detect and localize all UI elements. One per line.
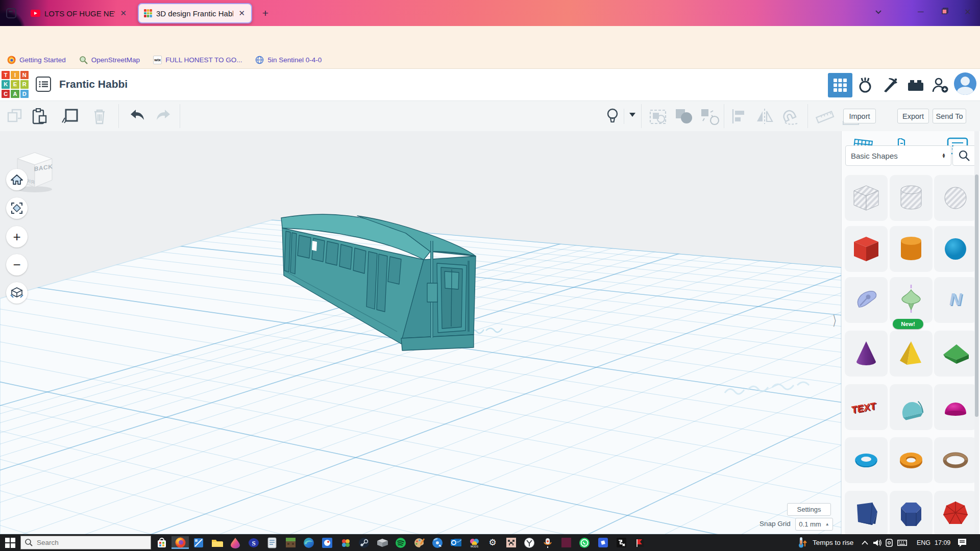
shape-tile-text-3d[interactable]: TEXTTEXT [845,384,888,430]
clock[interactable]: 17:09 [935,539,950,546]
app-notepad-icon[interactable] [263,536,281,549]
delete-icon[interactable] [93,108,106,124]
app-gx-icon[interactable] [612,536,630,549]
app-gray-box-icon[interactable] [374,536,391,549]
send-to-button[interactable]: Send To [933,109,966,123]
shape-tile-tube[interactable] [890,437,933,483]
shape-tile-cone[interactable] [845,331,888,377]
shape-tile-round-roof[interactable] [890,384,933,430]
tab-close-icon[interactable]: ✕ [119,9,128,18]
align-icon[interactable] [731,108,747,124]
shape-tile-sphere[interactable] [934,226,977,272]
weather-text[interactable]: Temps to rise [813,539,853,546]
zoom-out-button[interactable]: − [6,254,28,276]
volume-icon[interactable] [873,539,881,546]
minimize-button[interactable]: ─ [913,7,928,16]
app-creeper-icon[interactable] [502,536,520,549]
brick-export-button[interactable] [903,73,928,97]
sim-lab-button[interactable] [853,73,878,97]
shape-tile-box[interactable] [845,226,888,272]
language-indicator[interactable]: ENG [917,539,930,546]
app-disc-icon[interactable] [429,536,446,549]
design-title[interactable]: Frantic Habbi [59,78,128,90]
tinkercad-logo[interactable]: TIN KER CAD [2,71,29,98]
paste-icon[interactable] [32,108,47,124]
app-outlook-icon[interactable] [447,536,464,549]
copy-icon[interactable] [7,108,22,123]
ruler-icon[interactable] [815,108,835,126]
app-spotify-icon[interactable] [392,536,409,549]
close-button[interactable]: ✕ [960,7,975,17]
bulb-dropdown-caret-icon[interactable] [629,112,636,117]
weather-thermometer-icon[interactable] [798,536,807,549]
grid-view-button[interactable] [828,73,852,97]
tray-chevron-icon[interactable] [862,540,868,545]
shape-category-dropdown[interactable]: Basic Shapes ▲▼ [845,145,951,166]
shape-tile-sphere-hole[interactable] [934,175,977,221]
collapse-panel-chevron[interactable]: 〉 [832,312,841,330]
avatar[interactable] [954,72,976,95]
tab-close-icon[interactable]: ✕ [237,9,246,18]
shape-tile-cylinder[interactable] [890,226,933,272]
touch-keyboard-icon[interactable] [897,540,907,546]
app-maroon-square-icon[interactable] [557,536,575,549]
bookmark-wix[interactable]: wix FULL HONEST TO GO... [153,56,242,64]
shape-tile-polygon[interactable] [845,491,888,537]
action-center-icon[interactable] [958,538,967,547]
phone-link-icon[interactable] [886,539,893,547]
app-photo-filter-icon[interactable] [521,536,538,549]
app-edge-icon[interactable] [300,536,317,549]
maximize-button[interactable] [937,7,952,16]
duplicate-icon[interactable] [60,108,79,124]
app-paint-palette-icon[interactable] [410,536,428,549]
ortho-view-button[interactable] [6,282,28,304]
app-steam-icon[interactable] [355,536,373,549]
app-red-flag-icon[interactable] [631,536,648,549]
app-minecraft-icon[interactable] [282,536,299,549]
viewport-3d[interactable]: BACK RIGHT + − 〉 Settings Snap Grid 0.1 … [0,131,841,534]
shape-search-button[interactable] [952,145,976,166]
shape-tile-ring[interactable] [934,437,977,483]
shape-tile-text-script[interactable]: NN [934,277,977,323]
new-tab-button[interactable]: + [259,7,272,19]
app-store-icon[interactable] [153,536,170,549]
tab-youtube[interactable]: LOTS OF HUGE NEWS IN RAIL P ✕ [26,3,133,23]
shape-tile-paraboloid[interactable] [934,384,977,430]
app-roblox-icon[interactable] [594,536,611,549]
minecraft-export-button[interactable] [878,73,902,97]
menu-list-icon[interactable] [36,77,51,92]
tab-list-chevron-icon[interactable] [871,7,886,16]
shape-tile-scribble[interactable] [845,277,888,323]
magnet-icon[interactable] [781,108,801,126]
export-button[interactable]: Export [897,109,929,123]
scrollbar-thumb[interactable] [975,174,978,417]
ungroup-icon[interactable] [700,108,720,126]
taskbar-search[interactable] [20,536,151,549]
snap-grid-dropdown[interactable]: 0.1 mm ▲ [795,518,833,531]
shape-tile-roof[interactable] [934,331,977,377]
redo-icon[interactable] [156,108,172,122]
app-audacity-icon[interactable] [539,536,556,549]
app-multicolor-icon[interactable] [337,536,354,549]
shape-tile-pyramid[interactable] [890,331,933,377]
bookmark-openstreetmap[interactable]: OpenStreetMap [79,56,140,64]
app-video-editor-icon[interactable] [190,536,207,549]
panel-scrollbar[interactable] [974,131,979,534]
app-file-explorer-icon[interactable] [208,536,226,549]
app-paint-drop-icon[interactable] [227,536,244,549]
app-game-blue-icon[interactable] [318,536,336,549]
start-button[interactable] [5,538,15,548]
fit-view-button[interactable] [6,197,28,219]
home-view-button[interactable] [6,169,28,190]
bookmark-getting-started[interactable]: Getting Started [7,56,66,64]
grid-settings-button[interactable]: Settings [787,503,831,516]
bookmark-5in-sentinel[interactable]: 5in Sentinel 0-4-0 [255,56,322,64]
mirror-icon[interactable] [755,108,774,124]
app-firefox-icon[interactable] [172,536,189,549]
zoom-in-button[interactable]: + [6,226,28,247]
shape-tile-box-hole[interactable] [845,175,888,221]
add-collaborator-button[interactable] [928,73,952,97]
combine-icon[interactable] [675,108,693,124]
search-input[interactable] [37,539,134,546]
import-button[interactable]: Import [843,109,876,123]
